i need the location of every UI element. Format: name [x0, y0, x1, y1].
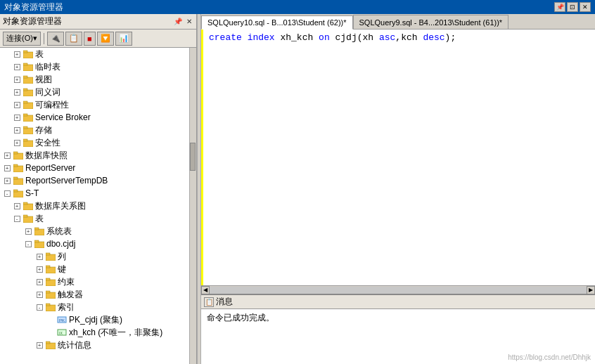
svg-rect-40	[46, 305, 56, 311]
messages-tab[interactable]: 📋 消息	[204, 296, 233, 308]
svg-rect-20	[13, 178, 23, 185]
tree-item-xh-kch[interactable]: IX xh_kch (不唯一，非聚集)	[0, 326, 189, 339]
tab-bar: SQLQuery10.sql - B...013\Student (62))* …	[201, 14, 595, 30]
horizontal-scrollbar[interactable]: ◀ ▶	[201, 285, 595, 294]
svg-rect-24	[23, 204, 33, 210]
pin-button[interactable]: 📌	[554, 2, 565, 12]
svg-rect-4	[23, 77, 33, 84]
code-editor[interactable]: create index xh_kch on cjdj(xh asc,kch d…	[201, 30, 595, 285]
svg-rect-33	[46, 253, 50, 255]
svg-rect-32	[46, 254, 56, 261]
pin-icon[interactable]: 📌	[172, 17, 184, 26]
tree-item-tongyici[interactable]: + 同义词	[0, 86, 189, 98]
svg-rect-13	[23, 126, 27, 129]
tree-item-pk-cjdj[interactable]: PK PK_cjdj (聚集)	[0, 313, 189, 326]
tree-item-st[interactable]: - S-T	[0, 187, 189, 200]
tree-item-xitongbiao[interactable]: + 系统表	[0, 225, 189, 238]
tree-item-lie[interactable]: + 列	[0, 250, 189, 263]
svg-rect-41	[46, 304, 50, 306]
svg-rect-46	[46, 343, 56, 349]
result-message: 命令已成功完成。	[207, 313, 274, 323]
tree-item-shitu[interactable]: + 视图	[0, 73, 189, 86]
panel-header: 对象资源管理器 📌 ✕	[0, 14, 196, 30]
tree-item-reportserver[interactable]: + ReportServer	[0, 162, 189, 174]
title-text: 对象资源管理器	[4, 1, 63, 13]
svg-rect-25	[23, 202, 27, 204]
watermark: https://blog.csdn.net/Dhhjk	[508, 353, 591, 361]
tree-item-anquanxing[interactable]: + 安全性	[0, 136, 189, 149]
close-button[interactable]: ✕	[580, 2, 591, 12]
tree-view: + 表 + 临时表 +	[0, 48, 189, 364]
svg-rect-39	[46, 291, 50, 293]
editor-panel: SQLQuery10.sql - B...013\Student (62))* …	[201, 14, 595, 364]
svg-rect-22	[13, 191, 23, 197]
refresh-button[interactable]: 🔌	[47, 32, 64, 46]
svg-rect-2	[23, 65, 33, 71]
svg-rect-9	[23, 101, 27, 103]
tree-item-dbo-cjdj[interactable]: - dbo.cjdj	[0, 238, 189, 250]
svg-text:IX: IX	[59, 331, 63, 335]
object-explorer-panel: 对象资源管理器 📌 ✕ 连接(O)▾ 🔌 📋 ■ 🔽 📊 +	[0, 14, 197, 364]
svg-rect-15	[23, 139, 27, 141]
panel-title: 对象资源管理器	[3, 15, 62, 27]
svg-rect-5	[23, 76, 27, 78]
svg-rect-17	[13, 152, 18, 154]
svg-rect-31	[34, 240, 39, 242]
tab-sqlquery10[interactable]: SQLQuery10.sql - B...013\Student (62))*	[201, 15, 353, 30]
svg-rect-34	[46, 267, 56, 273]
filter-button[interactable]: 🔽	[97, 32, 114, 46]
svg-rect-19	[13, 164, 18, 167]
svg-rect-6	[23, 90, 33, 96]
svg-rect-16	[13, 153, 23, 160]
tree-item-chufaqi[interactable]: + 触发器	[0, 288, 189, 301]
tree-item-kebianchengxing[interactable]: + 可编程性	[0, 98, 189, 111]
svg-rect-38	[46, 292, 56, 299]
tree-item-linshib[interactable]: + 临时表	[0, 60, 189, 73]
svg-rect-23	[13, 190, 18, 192]
stop-button[interactable]: ■	[84, 32, 96, 46]
explorer-toolbar: 连接(O)▾ 🔌 📋 ■ 🔽 📊	[0, 30, 196, 48]
tree-item-biao2[interactable]: - 表	[0, 212, 189, 225]
svg-rect-11	[23, 114, 27, 116]
svg-rect-30	[34, 242, 44, 248]
tree-item-reportservertempdb[interactable]: + ReportServerTempDB	[0, 174, 189, 187]
report-button[interactable]: 📊	[115, 32, 132, 46]
svg-rect-8	[23, 103, 33, 109]
scroll-left-button[interactable]: ◀	[201, 286, 210, 294]
scroll-track[interactable]	[210, 287, 587, 294]
code-line-1: create index xh_kch on cjdj(xh asc,kch d…	[209, 32, 589, 43]
svg-rect-1	[23, 51, 27, 53]
tree-item-dbguanxitu[interactable]: + 数据库关系图	[0, 200, 189, 212]
tree-item-biao[interactable]: + 表	[0, 48, 189, 60]
connect-button[interactable]: 连接(O)▾	[3, 32, 41, 46]
svg-rect-18	[13, 166, 23, 172]
tree-item-suoyin[interactable]: - 索引	[0, 301, 189, 313]
close-panel-icon[interactable]: ✕	[185, 17, 193, 26]
tree-item-service-broker[interactable]: + Service Broker	[0, 111, 189, 124]
svg-rect-12	[23, 128, 33, 134]
tree-item-cunchu[interactable]: + 存储	[0, 124, 189, 136]
svg-rect-7	[23, 89, 27, 91]
scroll-right-button[interactable]: ▶	[587, 286, 595, 294]
svg-rect-27	[23, 215, 27, 217]
message-icon: 📋	[204, 297, 214, 307]
tree-item-tongjixinxi[interactable]: + 统计信息	[0, 339, 189, 351]
svg-rect-36	[46, 280, 56, 286]
svg-rect-35	[46, 266, 50, 268]
svg-rect-21	[13, 177, 18, 179]
float-button[interactable]: ⊡	[567, 2, 578, 12]
tree-scrollbar[interactable]	[189, 48, 196, 364]
svg-rect-26	[23, 216, 33, 223]
tree-item-yueshu[interactable]: + 约束	[0, 275, 189, 288]
svg-rect-29	[34, 228, 39, 230]
tree-item-dbkuaizhao[interactable]: + 数据库快照	[0, 149, 189, 162]
svg-rect-0	[23, 52, 33, 58]
tree-item-jian[interactable]: + 键	[0, 263, 189, 275]
new-query-button[interactable]: 📋	[65, 32, 82, 46]
svg-rect-28	[34, 229, 44, 235]
svg-rect-47	[46, 342, 50, 344]
tree-scroll-thumb[interactable]	[190, 143, 196, 171]
tab-sqlquery9[interactable]: SQLQuery9.sql - B4...2013\Student (61))*	[353, 15, 509, 29]
title-bar: 对象资源管理器 📌 ⊡ ✕	[0, 0, 595, 14]
svg-rect-37	[46, 278, 50, 280]
